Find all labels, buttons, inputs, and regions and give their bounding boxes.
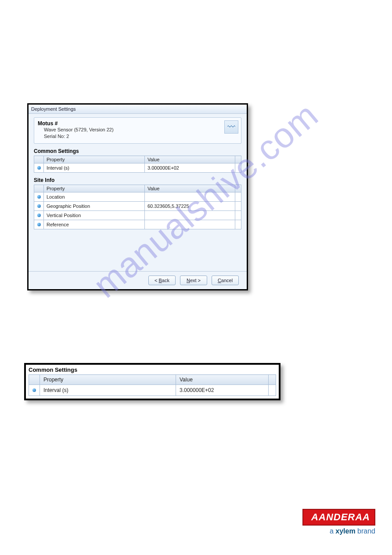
row-bullet (29, 385, 40, 396)
cancel-rest: ancel (221, 278, 233, 283)
device-header-panel: Motus # Wave Sensor (5729, Version 22) S… (34, 117, 241, 144)
header-value: Value (176, 375, 269, 385)
tagline-c: brand (356, 527, 375, 535)
info-icon (37, 166, 41, 170)
trailing-cell (235, 192, 241, 202)
next-button[interactable]: Next > (180, 276, 207, 285)
header-value: Value (145, 156, 235, 163)
value-cell[interactable]: 60.323605,5.37225 (145, 202, 235, 211)
cancel-button[interactable]: Cancel (212, 276, 239, 285)
deployment-settings-dialog: Deployment Settings Motus # Wave Sensor … (27, 103, 248, 290)
dialog-title: Deployment Settings (29, 105, 247, 114)
common-settings-heading: Common Settings (34, 148, 241, 154)
value-cell[interactable] (145, 211, 235, 220)
trailing-cell (235, 220, 241, 229)
back-underline: B (159, 278, 162, 283)
property-cell: Reference (44, 220, 145, 229)
row-bullet (34, 192, 44, 202)
cancel-underline: C (218, 278, 221, 283)
value-cell[interactable]: 3.000000E+02 (176, 385, 269, 396)
tagline-a: a (330, 527, 335, 535)
header-blank (29, 375, 40, 385)
info-icon (32, 388, 36, 392)
device-subtitle-2: Serial No: 2 (44, 133, 237, 140)
table-header-row: Property Value (29, 375, 276, 385)
info-icon (37, 195, 41, 199)
brand-footer: AANDERAA a xylem brand (302, 509, 375, 535)
back-prefix: < (155, 278, 158, 283)
site-info-heading: Site Info (34, 177, 241, 183)
table-row[interactable]: Location (34, 192, 241, 202)
common-settings-cutout: Common Settings Property Value Interval … (24, 363, 281, 400)
header-value: Value (145, 185, 235, 192)
header-blank (34, 185, 44, 192)
header-property: Property (40, 375, 176, 385)
property-cell: Location (44, 192, 145, 202)
row-bullet (34, 220, 44, 229)
common-settings-table-2: Property Value Interval (s) 3.000000E+02 (29, 374, 276, 396)
info-icon (37, 223, 41, 226)
info-icon (37, 214, 41, 217)
value-cell[interactable] (145, 192, 235, 202)
header-trailing (235, 185, 241, 192)
wave-icon: 〰 (224, 120, 238, 134)
row-bullet (34, 202, 44, 211)
property-cell: Interval (s) (40, 385, 176, 396)
table-header-row: Property Value (34, 185, 241, 192)
table-row[interactable]: Vertical Position (34, 211, 241, 220)
header-blank (34, 156, 44, 163)
trailing-cell (235, 211, 241, 220)
info-icon (37, 204, 41, 208)
header-property: Property (44, 156, 145, 163)
back-rest: ack (162, 278, 169, 283)
brand-tagline: a xylem brand (302, 527, 375, 535)
dialog-body: Motus # Wave Sensor (5729, Version 22) S… (29, 114, 247, 229)
header-property: Property (44, 185, 145, 192)
common-settings-table: Property Value Interval (s) 3.000000E+02 (34, 156, 241, 173)
tagline-b: xylem (335, 527, 355, 535)
property-cell: Geographic Position (44, 202, 145, 211)
table-row[interactable]: Geographic Position 60.323605,5.37225 (34, 202, 241, 211)
device-subtitle-1: Wave Sensor (5729, Version 22) (44, 127, 237, 133)
next-underline: N (187, 278, 190, 283)
back-button[interactable]: < Back (148, 276, 176, 285)
table-row[interactable]: Interval (s) 3.000000E+02 (29, 385, 276, 396)
trailing-cell (269, 385, 276, 396)
property-cell: Vertical Position (44, 211, 145, 220)
header-trailing (235, 156, 241, 163)
device-name: Motus # (38, 120, 237, 127)
property-cell: Interval (s) (44, 163, 145, 173)
value-cell[interactable] (145, 220, 235, 229)
common-settings-heading-2: Common Settings (29, 366, 276, 373)
row-bullet (34, 211, 44, 220)
header-trailing (269, 375, 276, 385)
brand-logo: AANDERAA (302, 509, 375, 526)
value-cell[interactable]: 3.000000E+02 (145, 163, 235, 173)
table-header-row: Property Value (34, 156, 241, 163)
trailing-cell (235, 163, 241, 173)
site-info-table: Property Value Location Geographic Posit… (34, 185, 241, 229)
table-row[interactable]: Interval (s) 3.000000E+02 (34, 163, 241, 173)
table-row[interactable]: Reference (34, 220, 241, 229)
next-rest: ext > (190, 278, 201, 283)
row-bullet (34, 163, 44, 173)
dialog-footer: < Back Next > Cancel (29, 271, 247, 289)
trailing-cell (235, 202, 241, 211)
